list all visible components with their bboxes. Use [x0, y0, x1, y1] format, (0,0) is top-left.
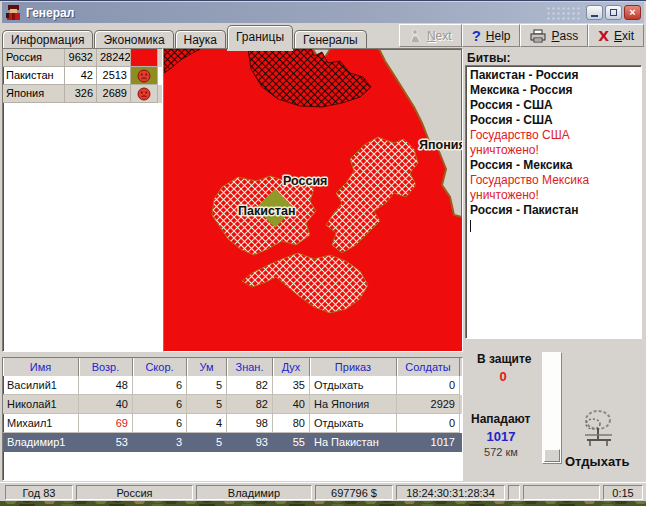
title-bar: Генерал ×	[2, 2, 644, 23]
tab-generals[interactable]: Генералы	[294, 30, 367, 50]
general-spirit: 80	[273, 414, 310, 433]
header-mind: Ум	[187, 358, 227, 376]
tab-science[interactable]: Наука	[175, 30, 226, 50]
battle-entry-destroyed: Государство Мексика уничтожено!	[470, 173, 637, 203]
battles-list[interactable]: Пакистан - Россия Мексика - Россия Росси…	[465, 65, 642, 339]
slider-thumb[interactable]	[544, 449, 560, 462]
tab-bar: ИнформацияЭкономикаНаукаГраницыГенералы …	[2, 24, 644, 48]
rest-order-label: Отдыхать	[565, 454, 629, 469]
status-ruler: Владимир	[196, 485, 312, 500]
general-age: 69	[79, 414, 133, 433]
country-row-russia[interactable]: Россия 9632 28242	[3, 49, 162, 67]
red-face-icon	[137, 69, 151, 83]
pass-button[interactable]: Pass	[520, 24, 588, 47]
window-title: Генерал	[26, 6, 546, 20]
battle-entry-destroyed: Государство США уничтожено!	[470, 128, 637, 158]
general-soldiers: 2929	[397, 395, 460, 414]
general-row[interactable]: Николай1 40 6 5 82 40 На Япония 2929	[3, 395, 462, 414]
status-year: Год 83	[5, 485, 73, 500]
maximize-button[interactable]	[605, 5, 622, 20]
general-row[interactable]: Михаил1 69 6 4 98 80 Отдыхать 0	[3, 414, 462, 433]
general-age: 48	[79, 376, 133, 395]
titlebar-texture	[546, 6, 580, 20]
tab-borders[interactable]: Границы	[227, 25, 293, 49]
exit-button[interactable]: X Exit	[588, 24, 644, 47]
tab-information[interactable]: Информация	[2, 30, 93, 50]
red-flag-icon	[131, 49, 157, 66]
general-speed: 3	[133, 433, 187, 452]
general-speed: 6	[133, 414, 187, 433]
header-spirit: Дух	[273, 358, 310, 376]
header-age: Возр.	[79, 358, 133, 376]
general-mind: 4	[187, 414, 227, 433]
next-button: Next	[399, 24, 462, 47]
generals-table: Имя Возр. Скор. Ум Знан. Дух Приказ Солд…	[2, 357, 463, 481]
general-age: 53	[79, 433, 133, 452]
header-order: Приказ	[310, 358, 397, 376]
country-row-japan[interactable]: Япония 326 2689	[3, 85, 162, 103]
attack-value: 1017	[463, 429, 539, 444]
battle-entry: Россия - США	[470, 98, 637, 113]
header-speed: Скор.	[133, 358, 187, 376]
defense-value: 0	[463, 369, 543, 384]
country-name: Россия	[3, 49, 65, 67]
tab-economy[interactable]: Экономика	[94, 30, 173, 50]
toolbar: Next ? Help Pass X Exit	[399, 24, 644, 47]
country-icon-cell	[131, 67, 158, 85]
help-label: Help	[486, 29, 511, 43]
general-order: Отдыхать	[310, 376, 397, 395]
general-speed: 6	[133, 395, 187, 414]
general-soldiers: 1017	[397, 433, 460, 452]
status-time: 18:24:30:31:28:34	[396, 485, 505, 500]
map-label-japan: Япония	[419, 138, 462, 152]
battle-entry: Пакистан - Россия	[470, 68, 637, 83]
general-knowledge: 82	[227, 395, 273, 414]
battle-entry: Мексика - Россия	[470, 83, 637, 98]
app-window: Генерал × ИнформацияЭкономикаНаукаГраниц…	[0, 0, 646, 500]
general-row-selected[interactable]: Владимир1 53 3 5 93 55 На Пакистан 1017	[3, 433, 462, 452]
status-bar: Год 83 Россия Владимир 697796 $ 18:24:30…	[0, 482, 646, 501]
maximize-icon	[610, 9, 617, 16]
general-name: Василий1	[3, 376, 79, 395]
header-soldiers: Солдаты	[397, 358, 460, 376]
troops-slider[interactable]	[542, 352, 562, 464]
defense-label: В защите	[477, 352, 532, 366]
general-soldiers: 0	[397, 376, 460, 395]
status-empty-2	[523, 485, 600, 500]
general-name: Николай1	[3, 395, 79, 414]
country-value-2: 2689	[97, 85, 131, 103]
pass-label: Pass	[551, 29, 578, 43]
general-spirit: 35	[273, 376, 310, 395]
general-soldiers: 0	[397, 414, 460, 433]
distance-value: 572 км	[463, 446, 539, 458]
general-spirit: 40	[273, 395, 310, 414]
rest-scene-image[interactable]	[581, 408, 615, 450]
general-name: Михаил1	[3, 414, 79, 433]
general-row[interactable]: Василий1 48 6 5 82 35 Отдыхать 0	[3, 376, 462, 395]
battles-title: Битвы:	[467, 51, 511, 65]
country-value-1: 326	[65, 85, 97, 103]
country-row-pakistan[interactable]: Пакистан 42 2513	[3, 67, 162, 85]
generals-table-header: Имя Возр. Скор. Ум Знан. Дух Приказ Солд…	[3, 358, 462, 376]
next-label: Next	[427, 29, 452, 43]
close-button[interactable]: ×	[624, 5, 641, 20]
country-name: Пакистан	[3, 67, 65, 85]
pass-printer-icon	[530, 29, 546, 43]
general-knowledge: 98	[227, 414, 273, 433]
battle-entry: Россия - США	[470, 113, 637, 128]
battle-entry: Россия - Пакистан	[470, 203, 637, 218]
attack-label: Нападают	[471, 412, 530, 426]
help-icon: ?	[472, 27, 481, 44]
status-country: Россия	[76, 485, 193, 500]
help-button[interactable]: ? Help	[462, 24, 521, 47]
country-icon-cell	[131, 85, 158, 103]
minimize-button[interactable]	[586, 5, 603, 20]
general-knowledge: 82	[227, 376, 273, 395]
text-cursor	[470, 220, 471, 232]
red-face-icon	[137, 87, 151, 101]
country-icon-cell	[131, 49, 158, 67]
general-speed: 6	[133, 376, 187, 395]
world-map[interactable]: Россия Пакистан Япония	[163, 48, 463, 352]
country-value-2: 2513	[97, 67, 131, 85]
general-order: Отдыхать	[310, 414, 397, 433]
